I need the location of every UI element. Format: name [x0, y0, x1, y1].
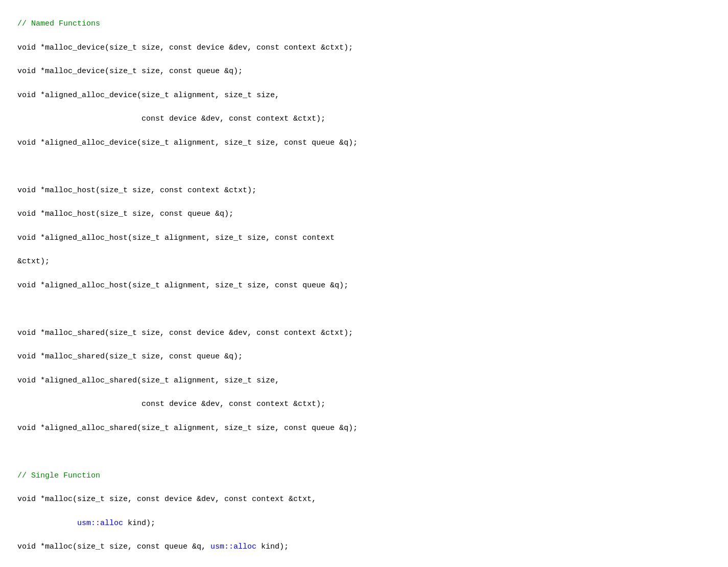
line-malloc-single-1b: usm::alloc kind);: [17, 519, 155, 528]
line-aligned-alloc-host-1b: &ctxt);: [17, 257, 50, 266]
line-malloc-device-2: void *malloc_device(size_t size, const q…: [17, 67, 243, 76]
line-aligned-alloc-device-1a: void *aligned_alloc_device(size_t alignm…: [17, 91, 279, 100]
line-aligned-alloc-host-1a: void *aligned_alloc_host(size_t alignmen…: [17, 234, 335, 242]
line-malloc-host-2: void *malloc_host(size_t size, const que…: [17, 210, 233, 218]
line-malloc-single-2: void *malloc(size_t size, const queue &q…: [17, 542, 289, 551]
single-function-comment: // Single Function: [17, 471, 100, 480]
line-aligned-alloc-device-2: void *aligned_alloc_device(size_t alignm…: [17, 139, 358, 147]
line-aligned-alloc-device-1b: const device &dev, const context &ctxt);: [17, 115, 325, 123]
line-aligned-alloc-shared-2: void *aligned_alloc_shared(size_t alignm…: [17, 424, 358, 433]
line-malloc-shared-1: void *malloc_shared(size_t size, const d…: [17, 329, 353, 337]
named-functions-comment: // Named Functions: [17, 19, 100, 28]
line-malloc-shared-2: void *malloc_shared(size_t size, const q…: [17, 352, 243, 361]
line-malloc-host-1: void *malloc_host(size_t size, const con…: [17, 186, 256, 195]
line-aligned-alloc-shared-1b: const device &dev, const context &ctxt);: [17, 400, 325, 409]
line-aligned-alloc-shared-1a: void *aligned_alloc_shared(size_t alignm…: [17, 376, 279, 385]
line-aligned-alloc-host-2: void *aligned_alloc_host(size_t alignmen…: [17, 281, 348, 290]
line-malloc-device-1: void *malloc_device(size_t size, const d…: [17, 43, 353, 52]
code-container: // Named Functions void *malloc_device(s…: [8, 6, 720, 567]
line-malloc-single-1a: void *malloc(size_t size, const device &…: [17, 495, 316, 504]
